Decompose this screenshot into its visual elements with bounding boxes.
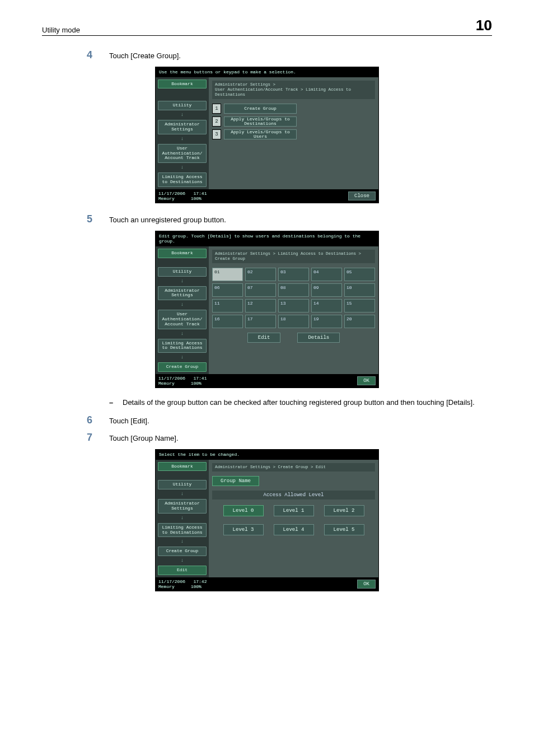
arrow-down-icon: ↓ [158,279,207,284]
level-5-button[interactable]: Level 5 [324,524,364,535]
arrow-down-icon: ↓ [158,113,207,118]
step-4-text: Touch [Create Group]. [109,49,181,61]
screenshot-1: Use the menu buttons or keypad to make a… [155,67,379,203]
step-4-num: 4 [87,49,109,61]
scr2-footer-status: 11/17/2006 17:41 Memory 100% [158,376,207,386]
bookmark-button[interactable]: Bookmark [158,80,207,89]
group-slot-20[interactable]: 20 [344,315,375,328]
scr1-footer-status: 11/17/2006 17:41 Memory 100% [158,191,207,201]
admin-settings-button[interactable]: Administrator Settings [158,120,207,134]
group-slot-05[interactable]: 05 [344,268,375,281]
level-3-button[interactable]: Level 3 [223,524,264,535]
step-5-sub-text: Details of the group button can be check… [123,398,475,407]
group-slot-13[interactable]: 13 [278,299,309,312]
group-slot-08[interactable]: 08 [278,283,309,297]
admin-settings-button[interactable]: Administrator Settings [158,286,207,301]
level-4-button[interactable]: Level 4 [274,524,314,535]
limiting-access-button[interactable]: Limiting Access to Destinations [158,523,207,538]
utility-button[interactable]: Utility [158,267,207,277]
scr2-instruction: Edit group. Touch [Details] to show user… [156,231,378,246]
scr3-footer-status: 11/17/2006 17:42 Memory 100% [158,579,207,589]
crumb-line2: User Authentication/Account Track > Limi… [215,87,351,97]
option-1-num: 1 [212,104,221,114]
page-header: Utility mode 10 [42,17,492,36]
group-slot-02[interactable]: 02 [245,268,276,281]
step-5: 5 Touch an unregistered group button. [87,213,492,225]
step-4: 4 Touch [Create Group]. [87,49,492,61]
edit-crumb-button[interactable]: Edit [158,566,207,575]
group-slot-09[interactable]: 09 [311,283,342,297]
group-slot-06[interactable]: 06 [212,283,243,297]
details-button[interactable]: Details [297,333,340,343]
step-7-num: 7 [87,432,109,444]
step-6: 6 Touch [Edit]. [87,414,492,426]
step-5-text: Touch an unregistered group button. [109,213,226,225]
level-2-button[interactable]: Level 2 [324,505,364,516]
option-3-num: 3 [212,129,221,139]
screenshot-3: Select the item to be changed. Bookmark … [155,449,379,591]
arrow-down-icon: ↓ [158,137,207,142]
group-slot-14[interactable]: 14 [311,299,342,312]
create-group-crumb-button[interactable]: Create Group [158,547,207,556]
group-slot-10[interactable]: 10 [344,283,375,297]
arrow-down-icon: ↓ [158,302,207,307]
utility-button[interactable]: Utility [158,480,207,489]
create-group-crumb-button[interactable]: Create Group [158,362,207,372]
group-slot-16[interactable]: 16 [212,315,243,328]
header-title: Utility mode [42,26,80,34]
step-6-text: Touch [Edit]. [109,414,149,426]
scr1-instruction: Use the menu buttons or keypad to make a… [156,67,378,77]
group-slot-18[interactable]: 18 [278,315,309,328]
group-slot-19[interactable]: 19 [311,315,342,328]
dash-bullet: – [109,398,123,407]
bookmark-button[interactable]: Bookmark [158,462,207,472]
breadcrumb: Administrator Settings > User Authentica… [212,81,375,99]
level-1-button[interactable]: Level 1 [274,505,314,516]
apply-levels-dest-button[interactable]: Apply Levels/Groups to Destinations [224,116,297,127]
breadcrumb: Administrator Settings > Limiting Access… [212,250,375,263]
group-slot-grid: 01 02 03 04 05 06 07 08 09 10 11 12 13 1… [212,268,375,328]
arrow-down-icon: ↓ [158,355,207,360]
arrow-down-icon: ↓ [158,492,207,497]
group-slot-11[interactable]: 11 [212,299,243,312]
apply-levels-users-button[interactable]: Apply Levels/Groups to Users [224,129,297,139]
edit-button[interactable]: Edit [247,333,281,343]
limiting-access-button[interactable]: Limiting Access to Destinations [158,339,207,353]
ok-button[interactable]: OK [357,376,376,385]
screenshot-2: Edit group. Touch [Details] to show user… [155,231,379,388]
scr3-instruction: Select the item to be changed. [156,450,378,460]
group-slot-15[interactable]: 15 [344,299,375,312]
group-slot-07[interactable]: 07 [245,283,276,297]
arrow-down-icon: ↓ [158,165,207,170]
arrow-down-icon: ↓ [158,332,207,337]
group-slot-17[interactable]: 17 [245,315,276,328]
group-slot-03[interactable]: 03 [278,268,309,281]
breadcrumb: Administrator Settings > Create Group > … [212,463,375,472]
option-2-num: 2 [212,116,221,127]
group-slot-04[interactable]: 04 [311,268,342,281]
close-button[interactable]: Close [348,192,376,200]
step-7: 7 Touch [Group Name]. [87,432,492,444]
user-auth-button[interactable]: User Authentication/ Account Track [158,144,207,163]
arrow-down-icon: ↓ [158,516,207,521]
bookmark-button[interactable]: Bookmark [158,249,207,258]
create-group-button[interactable]: Create Group [224,104,297,114]
step-6-num: 6 [87,414,109,426]
group-slot-12[interactable]: 12 [245,299,276,312]
level-0-button[interactable]: Level 0 [223,505,264,516]
step-5-num: 5 [87,213,109,225]
crumb-line1: Administrator Settings > [215,82,275,87]
limiting-access-button[interactable]: Limiting Access to Destinations [158,172,207,187]
step-7-text: Touch [Group Name]. [109,432,179,444]
user-auth-button[interactable]: User Authentication/ Account Track [158,310,207,329]
arrow-down-icon: ↓ [158,539,207,544]
access-level-header: Access Allowed Level [212,491,375,500]
group-slot-01[interactable]: 01 [212,268,243,281]
chapter-number: 10 [476,17,492,34]
ok-button[interactable]: OK [357,580,376,589]
arrow-down-icon: ↓ [158,558,207,563]
utility-button[interactable]: Utility [158,101,207,110]
step-5-sub: – Details of the group button can be che… [109,398,492,407]
group-name-button[interactable]: Group Name [212,476,259,486]
admin-settings-button[interactable]: Administrator Settings [158,499,207,514]
